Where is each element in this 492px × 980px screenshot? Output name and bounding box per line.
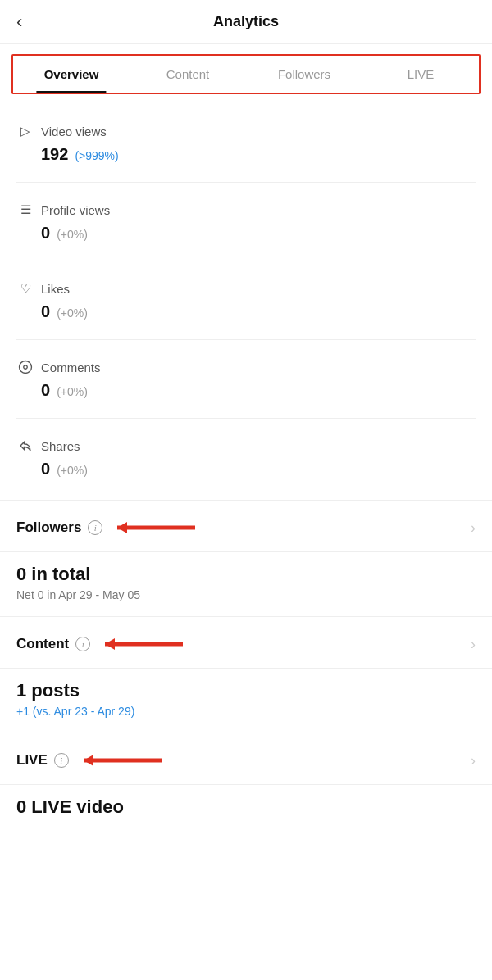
- svg-point-1: [24, 365, 28, 370]
- tab-content[interactable]: Content: [130, 56, 246, 93]
- stats-section: ▷ Video views 192 (>999%) ☰ Profile view…: [0, 104, 492, 490]
- live-section-title: LIVE: [16, 752, 48, 769]
- shares-icon: [16, 437, 34, 455]
- tabs-bar: Overview Content Followers LIVE: [11, 54, 481, 94]
- likes-change: (+0%): [57, 306, 88, 320]
- profile-views-value: 0: [41, 224, 50, 243]
- live-section-header[interactable]: LIVE i ›: [0, 733, 492, 785]
- page-title: Analytics: [213, 13, 279, 30]
- content-section-title: Content: [16, 636, 69, 652]
- video-views-change: (>999%): [75, 149, 118, 162]
- svg-marker-3: [117, 522, 127, 533]
- back-button[interactable]: ‹: [16, 11, 22, 33]
- stat-video-views: ▷ Video views 192 (>999%): [16, 111, 476, 175]
- svg-point-0: [20, 361, 32, 374]
- content-section-header[interactable]: Content i ›: [0, 616, 492, 669]
- svg-marker-5: [105, 638, 115, 650]
- profile-views-label: Profile views: [41, 203, 110, 217]
- shares-change: (+0%): [57, 464, 88, 477]
- comments-change: (+0%): [57, 385, 88, 398]
- stat-comments: Comments 0 (+0%): [16, 347, 476, 411]
- video-views-value: 192: [41, 145, 68, 164]
- live-info-icon[interactable]: i: [54, 753, 69, 768]
- tab-live[interactable]: LIVE: [362, 56, 479, 93]
- likes-value: 0: [41, 302, 50, 321]
- stat-likes: ♡ Likes 0 (+0%): [16, 268, 476, 333]
- followers-section-title: Followers: [16, 519, 81, 536]
- content-arrow-annotation: [97, 632, 187, 656]
- followers-info-icon[interactable]: i: [88, 520, 102, 535]
- live-video-value: 0 LIVE video: [16, 796, 476, 818]
- content-chevron-icon: ›: [471, 636, 476, 653]
- followers-arrow-annotation: [109, 515, 199, 540]
- comments-icon: [16, 358, 34, 376]
- content-info-icon[interactable]: i: [75, 637, 90, 651]
- likes-label: Likes: [41, 282, 70, 296]
- followers-section-detail: 0 in total Net 0 in Apr 29 - May 05: [0, 552, 492, 616]
- followers-chevron-icon: ›: [471, 519, 476, 537]
- shares-label: Shares: [41, 439, 80, 453]
- content-comparison-text: +1 (vs. Apr 23 - Apr 29): [16, 705, 476, 718]
- live-chevron-icon: ›: [471, 752, 476, 769]
- content-section-detail: 1 posts +1 (vs. Apr 23 - Apr 29): [0, 669, 492, 733]
- live-arrow-annotation: [75, 748, 166, 773]
- profile-views-change: (+0%): [57, 228, 88, 241]
- shares-value: 0: [41, 460, 50, 479]
- video-views-icon: ▷: [16, 122, 34, 140]
- live-section-detail: 0 LIVE video: [0, 785, 492, 836]
- followers-total-value: 0 in total: [16, 564, 476, 585]
- video-views-label: Video views: [41, 125, 107, 138]
- followers-net-text: Net 0 in Apr 29 - May 05: [16, 588, 476, 601]
- stat-shares: Shares 0 (+0%): [16, 425, 476, 490]
- profile-views-icon: ☰: [16, 201, 34, 219]
- tab-overview[interactable]: Overview: [13, 56, 130, 93]
- tab-followers[interactable]: Followers: [246, 56, 362, 93]
- stat-profile-views: ☰ Profile views 0 (+0%): [16, 189, 476, 254]
- svg-marker-7: [84, 755, 93, 766]
- comments-label: Comments: [41, 361, 101, 374]
- content-posts-value: 1 posts: [16, 680, 476, 701]
- header: ‹ Analytics: [0, 0, 492, 44]
- comments-value: 0: [41, 381, 50, 400]
- followers-section-header[interactable]: Followers i ›: [0, 500, 492, 552]
- likes-icon: ♡: [16, 279, 34, 297]
